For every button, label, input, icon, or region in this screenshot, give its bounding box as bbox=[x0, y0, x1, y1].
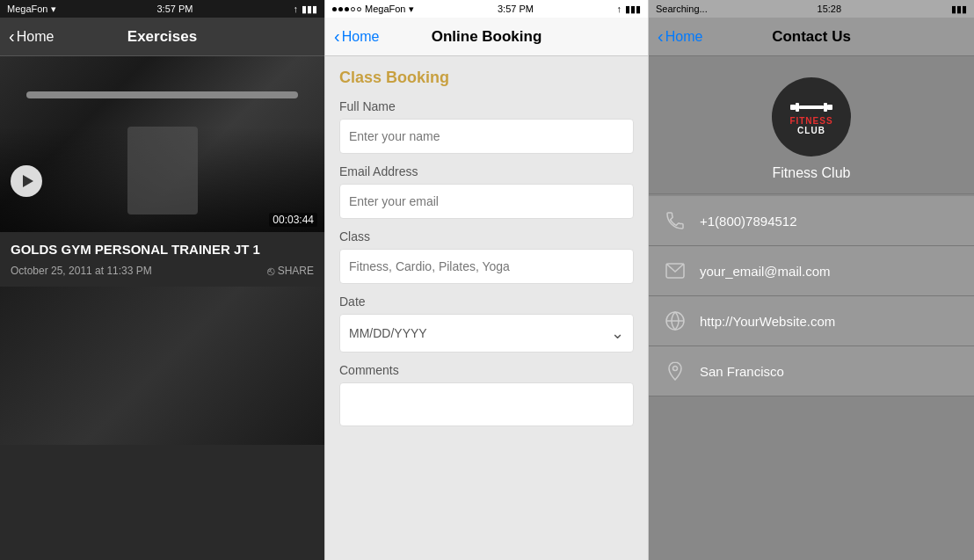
signal-icon-1: ↑ bbox=[293, 4, 298, 14]
full-name-label: Full Name bbox=[339, 99, 634, 113]
video-meta-1: October 25, 2011 at 11:33 PM ⎋ SHARE bbox=[11, 264, 314, 278]
status-bar-2: MegaFon ▾ 3:57 PM ↑ ▮▮▮ bbox=[325, 0, 648, 18]
svg-rect-3 bbox=[824, 103, 827, 112]
exercises-panel: MegaFon ▾ 3:57 PM ↑ ▮▮▮ ‹ Home Exercises… bbox=[0, 0, 324, 560]
class-label: Class bbox=[339, 229, 634, 244]
chevron-left-icon-1: ‹ bbox=[9, 27, 15, 45]
nav-title-3: Contact Us bbox=[772, 28, 851, 46]
svg-rect-4 bbox=[827, 105, 832, 110]
phone-value: +1(800)7894512 bbox=[700, 214, 797, 229]
contact-phone[interactable]: +1(800)7894512 bbox=[649, 196, 974, 246]
nav-title-1: Exercises bbox=[127, 28, 197, 46]
status-bar-1: MegaFon ▾ 3:57 PM ↑ ▮▮▮ bbox=[0, 0, 324, 18]
time-2: 3:57 PM bbox=[498, 4, 534, 14]
signal-dot-1 bbox=[332, 7, 337, 11]
contact-panel: Searching... 15:28 ▮▮▮ ‹ Home Contact Us bbox=[649, 0, 974, 560]
video-title-1: GOLDS GYM PERSONAL TRAINER JT 1 bbox=[11, 241, 314, 258]
club-name: Fitness Club bbox=[773, 165, 851, 181]
signal-dot-2 bbox=[338, 7, 343, 11]
carrier-1: MegaFon bbox=[7, 4, 47, 14]
signal-dot-3 bbox=[345, 7, 349, 11]
logo-text-fitness: FITNESS bbox=[789, 116, 832, 126]
signal-dots-2 bbox=[332, 7, 361, 11]
video-thumbnail-1[interactable]: 00:03:44 bbox=[0, 56, 324, 232]
phone-icon bbox=[663, 208, 687, 233]
full-name-input[interactable] bbox=[339, 119, 634, 154]
comments-label: Comments bbox=[339, 363, 634, 377]
svg-rect-2 bbox=[799, 105, 824, 109]
website-value: http://YourWebsite.com bbox=[700, 314, 835, 329]
chevron-left-icon-2: ‹ bbox=[334, 27, 340, 45]
signal-dot-5 bbox=[357, 7, 361, 11]
contact-content: FITNESS CLUB Fitness Club +1(800)7894512 bbox=[649, 56, 974, 560]
divider-top bbox=[649, 193, 974, 194]
booking-panel: MegaFon ▾ 3:57 PM ↑ ▮▮▮ ‹ Home Online Bo… bbox=[324, 0, 649, 560]
carrier-3: Searching... bbox=[656, 4, 708, 14]
video-bg-1 bbox=[0, 56, 324, 232]
nav-bar-1: ‹ Home Exercises bbox=[0, 18, 324, 56]
battery-icon-3: ▮▮▮ bbox=[951, 4, 967, 15]
status-bar-3: Searching... 15:28 ▮▮▮ bbox=[649, 0, 974, 18]
date-chevron-icon: ⌄ bbox=[611, 324, 624, 343]
contact-email[interactable]: your_email@mail.com bbox=[649, 246, 974, 296]
svg-rect-0 bbox=[790, 105, 796, 110]
gym-figure bbox=[127, 127, 198, 215]
status-right-1: ↑ ▮▮▮ bbox=[293, 4, 317, 15]
contact-location[interactable]: San Francisco bbox=[649, 346, 974, 396]
gym-bar bbox=[26, 91, 298, 98]
svg-point-8 bbox=[673, 367, 678, 371]
class-input[interactable] bbox=[339, 249, 634, 284]
date-label: Date bbox=[339, 295, 634, 309]
contact-website[interactable]: http://YourWebsite.com bbox=[649, 296, 974, 346]
back-button-2[interactable]: ‹ Home bbox=[334, 28, 379, 45]
logo-text-club: CLUB bbox=[797, 126, 825, 135]
section-title: Class Booking bbox=[339, 69, 634, 87]
back-label-2: Home bbox=[342, 29, 380, 45]
status-right-2: ↑ ▮▮▮ bbox=[616, 4, 641, 15]
video-duration-1: 00:03:44 bbox=[269, 213, 317, 227]
signal-dot-4 bbox=[351, 7, 355, 11]
share-button-1[interactable]: ⎋ SHARE bbox=[267, 264, 314, 278]
share-icon-1: ⎋ bbox=[267, 264, 274, 278]
email-value: your_email@mail.com bbox=[700, 264, 831, 279]
nav-bar-2: ‹ Home Online Booking bbox=[325, 18, 648, 56]
date-placeholder: MM/DD/YYYY bbox=[349, 326, 427, 340]
email-label: Email Address bbox=[339, 164, 634, 178]
battery-icon-2: ▮▮▮ bbox=[625, 4, 641, 15]
status-left-1: MegaFon ▾ bbox=[7, 4, 56, 15]
location-value: San Francisco bbox=[700, 364, 784, 379]
play-button-1[interactable] bbox=[11, 165, 42, 197]
battery-icon-1: ▮▮▮ bbox=[302, 4, 317, 15]
back-label-1: Home bbox=[17, 29, 55, 45]
video-thumbnail-2[interactable] bbox=[0, 287, 324, 445]
back-button-3[interactable]: ‹ Home bbox=[658, 28, 702, 45]
booking-form: Class Booking Full Name Email Address Cl… bbox=[325, 56, 648, 560]
contact-list: +1(800)7894512 your_email@mail.com bbox=[649, 196, 974, 396]
video-info-1: GOLDS GYM PERSONAL TRAINER JT 1 October … bbox=[0, 232, 324, 285]
time-3: 15:28 bbox=[818, 4, 842, 14]
email-icon bbox=[663, 258, 687, 283]
carrier-2: MegaFon bbox=[365, 4, 405, 14]
svg-rect-1 bbox=[796, 103, 799, 112]
wifi-icon-2: ▾ bbox=[409, 4, 414, 15]
share-label-1: SHARE bbox=[278, 265, 314, 277]
back-label-3: Home bbox=[665, 29, 703, 45]
time-1: 3:57 PM bbox=[157, 4, 193, 14]
website-icon bbox=[663, 309, 687, 333]
logo-circle: FITNESS CLUB bbox=[772, 77, 851, 156]
comments-input[interactable] bbox=[339, 382, 634, 426]
arrow-up-icon-2: ↑ bbox=[616, 4, 621, 14]
logo-container: FITNESS CLUB Fitness Club bbox=[772, 56, 851, 192]
dumbbell-icon bbox=[790, 98, 832, 116]
nav-bar-3: ‹ Home Contact Us bbox=[649, 18, 974, 56]
location-icon bbox=[663, 359, 687, 383]
video-date-1: October 25, 2011 at 11:33 PM bbox=[11, 265, 152, 277]
nav-title-2: Online Booking bbox=[432, 28, 542, 46]
video-bg-2 bbox=[0, 287, 324, 445]
wifi-icon-1: ▾ bbox=[51, 4, 56, 15]
back-button-1[interactable]: ‹ Home bbox=[9, 28, 54, 45]
email-input[interactable] bbox=[339, 184, 634, 219]
date-picker[interactable]: MM/DD/YYYY ⌄ bbox=[339, 314, 634, 353]
chevron-left-icon-3: ‹ bbox=[658, 27, 664, 45]
status-left-2: MegaFon ▾ bbox=[332, 4, 414, 15]
